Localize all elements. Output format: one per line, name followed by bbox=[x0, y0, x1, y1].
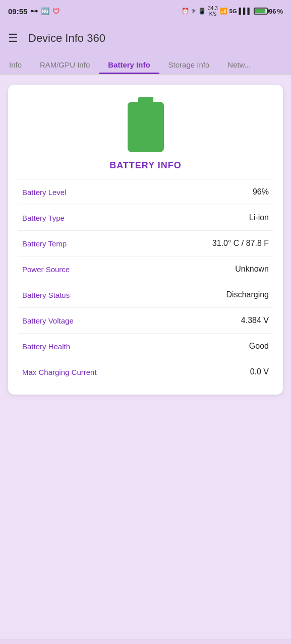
tab-info[interactable]: Info bbox=[0, 54, 31, 74]
label-battery-health: Battery Health bbox=[22, 342, 70, 351]
row-battery-type: Battery Type Li-ion bbox=[18, 205, 273, 231]
value-battery-voltage: 4.384 V bbox=[241, 316, 269, 325]
value-max-charging: 0.0 V bbox=[250, 367, 269, 376]
speed-indicator: 34.3K/s bbox=[208, 6, 217, 17]
shield-icon: 🛡 bbox=[52, 7, 60, 16]
tab-network[interactable]: Netw... bbox=[218, 54, 260, 74]
battery-body bbox=[128, 102, 164, 152]
battery-card: BATTERY INFO Battery Level 96% Battery T… bbox=[8, 85, 283, 395]
label-max-charging: Max Charging Current bbox=[22, 368, 97, 376]
value-battery-status: Discharging bbox=[226, 290, 269, 299]
card-title: BATTERY INFO bbox=[18, 160, 273, 171]
battery-graphic bbox=[128, 97, 164, 152]
battery-icon-container bbox=[18, 97, 273, 152]
label-battery-type: Battery Type bbox=[22, 214, 65, 222]
bluetooth-icon: ✳ bbox=[191, 8, 196, 15]
row-battery-voltage: Battery Voltage 4.384 V bbox=[18, 308, 273, 334]
value-battery-type: Li-ion bbox=[249, 213, 269, 222]
row-battery-health: Battery Health Good bbox=[18, 334, 273, 359]
status-bar: 09:55 ⊶ 🆖 🛡 ⏰ ✳ 📳 34.3K/s 📶 5G ▌▌▌ 96% bbox=[0, 0, 291, 22]
value-battery-health: Good bbox=[249, 342, 269, 351]
value-battery-temp: 31.0° C / 87.8 F bbox=[212, 239, 269, 248]
menu-icon[interactable]: ☰ bbox=[8, 32, 18, 45]
status-bar-right: ⏰ ✳ 📳 34.3K/s 📶 5G ▌▌▌ 96% bbox=[182, 6, 283, 17]
alarm-icon: ⏰ bbox=[182, 8, 189, 15]
header: ☰ Device Info 360 bbox=[0, 22, 291, 54]
value-battery-level: 96% bbox=[253, 187, 269, 197]
key-icon: ⊶ bbox=[30, 7, 38, 16]
wifi-icon: 📶 bbox=[220, 8, 227, 15]
label-battery-status: Battery Status bbox=[22, 291, 70, 299]
label-battery-voltage: Battery Voltage bbox=[22, 316, 74, 325]
tab-ram-gpu[interactable]: RAM/GPU Info bbox=[31, 54, 99, 74]
row-battery-status: Battery Status Discharging bbox=[18, 282, 273, 308]
vibrate-icon: 📳 bbox=[198, 8, 206, 15]
app-title: Device Info 360 bbox=[28, 32, 105, 45]
nfc-icon: 🆖 bbox=[41, 7, 49, 15]
signal-bars: ▌▌▌ bbox=[239, 8, 252, 15]
label-battery-temp: Battery Temp bbox=[22, 239, 67, 248]
network-5g: 5G bbox=[229, 8, 237, 14]
row-battery-temp: Battery Temp 31.0° C / 87.8 F bbox=[18, 231, 273, 256]
status-bar-left: 09:55 ⊶ 🆖 🛡 bbox=[8, 7, 60, 16]
row-power-source: Power Source Unknown bbox=[18, 256, 273, 282]
battery-indicator: 96% bbox=[254, 8, 283, 15]
tab-battery[interactable]: Battery Info bbox=[99, 54, 159, 74]
content-area: BATTERY INFO Battery Level 96% Battery T… bbox=[0, 75, 291, 639]
tab-bar: Info RAM/GPU Info Battery Info Storage I… bbox=[0, 54, 291, 75]
row-max-charging: Max Charging Current 0.0 V bbox=[18, 359, 273, 384]
label-battery-level: Battery Level bbox=[22, 188, 67, 197]
value-power-source: Unknown bbox=[235, 265, 269, 274]
label-power-source: Power Source bbox=[22, 265, 70, 274]
time: 09:55 bbox=[8, 7, 27, 16]
tab-storage[interactable]: Storage Info bbox=[159, 54, 219, 74]
row-battery-level: Battery Level 96% bbox=[18, 179, 273, 205]
